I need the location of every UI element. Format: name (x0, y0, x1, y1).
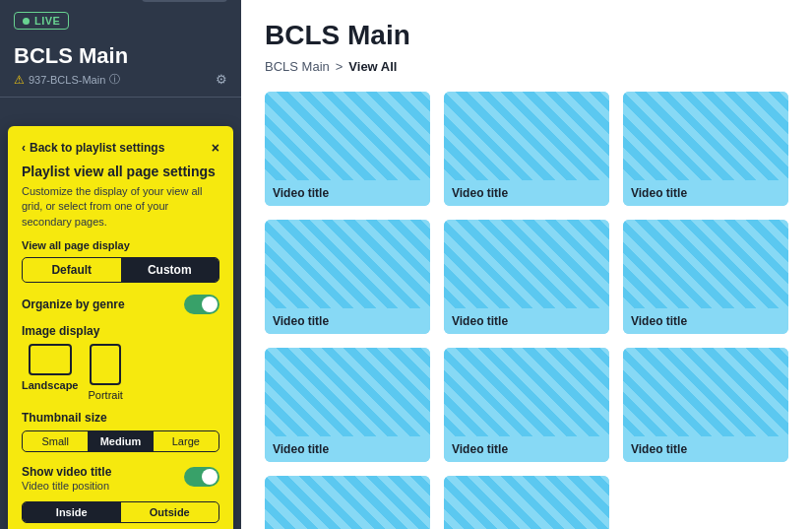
video-thumbnail (623, 92, 788, 180)
list-item[interactable]: Video title (444, 220, 609, 334)
size-toggle: Small Medium Large (22, 430, 219, 452)
video-title: Video title (623, 180, 788, 206)
video-title: Video title (623, 308, 788, 334)
list-item[interactable]: Video title (444, 348, 609, 462)
sidebar-title: BCLS Main (14, 43, 227, 69)
video-thumbnail (265, 220, 430, 308)
list-item[interactable]: Video title (265, 92, 430, 206)
organize-by-genre-row: Organize by genre (22, 295, 219, 314)
default-toggle-button[interactable]: Default (23, 258, 121, 282)
back-label: Back to playlist settings (30, 141, 164, 155)
playlist-settings-panel: ‹ Back to playlist settings × Playlist v… (8, 126, 233, 529)
show-video-title-row: Show video title Video title position (22, 462, 219, 492)
back-chevron-icon: ‹ (22, 141, 26, 155)
medium-size-button[interactable]: Medium (88, 431, 153, 451)
portrait-option[interactable]: Portrait (88, 344, 122, 401)
breadcrumb-separator: > (336, 59, 344, 74)
live-label: LIVE (34, 15, 60, 27)
video-thumbnail (444, 348, 609, 436)
live-badge: LIVE (14, 12, 69, 30)
list-item[interactable]: Video title (265, 220, 430, 334)
panel-header: ‹ Back to playlist settings × (22, 140, 219, 156)
landscape-box (29, 344, 72, 375)
large-size-button[interactable]: Large (154, 431, 219, 451)
video-title: Video title (265, 436, 430, 462)
video-title: Video title (265, 308, 430, 334)
live-dot (23, 18, 30, 25)
organize-genre-toggle[interactable] (184, 295, 219, 314)
view-all-label: View all page display (22, 239, 219, 251)
breadcrumb-current: View All (348, 59, 397, 74)
list-item[interactable]: Video title (444, 92, 609, 206)
list-item[interactable]: Video title (444, 476, 609, 529)
outside-position-button[interactable]: Outside (121, 502, 219, 522)
portrait-box (90, 344, 121, 385)
show-video-title-group: Show video title Video title position (22, 462, 111, 492)
small-size-button[interactable]: Small (23, 431, 88, 451)
video-title: Video title (623, 436, 788, 462)
inside-position-button[interactable]: Inside (23, 502, 121, 522)
video-position-sub-label: Video title position (22, 480, 111, 492)
video-thumbnail (265, 348, 430, 436)
video-thumbnail (623, 348, 788, 436)
sidebar-id: ⚠ 937-BCLS-Main ⓘ ⚙ (14, 72, 227, 87)
gear-icon[interactable]: ⚙ (216, 72, 227, 87)
custom-toggle-button[interactable]: Custom (121, 258, 219, 282)
breadcrumb: BCLS Main > View All (265, 59, 788, 74)
sidebar: LIVE UNPUBLISH BCLS Main ⚠ 937-BCLS-Main… (0, 0, 241, 529)
video-thumbnail (444, 220, 609, 308)
page-title: BCLS Main (265, 20, 788, 51)
image-display-label: Image display (22, 324, 219, 338)
list-item[interactable]: Video title (623, 92, 788, 206)
organize-genre-label: Organize by genre (22, 298, 125, 311)
list-item[interactable]: Video title (623, 348, 788, 462)
panel-title: Playlist view all page settings (22, 164, 219, 179)
warning-icon: ⚠ (14, 73, 25, 87)
info-icon: ⓘ (109, 72, 120, 87)
unpublish-button[interactable]: UNPUBLISH (142, 0, 227, 2)
video-thumbnail (444, 92, 609, 180)
main-content: BCLS Main BCLS Main > View All Video tit… (241, 0, 812, 529)
image-display-row: Landscape Portrait (22, 344, 219, 401)
video-title: Video title (444, 180, 609, 206)
thumbnail-size-label: Thumbnail size (22, 411, 219, 425)
view-toggle: Default Custom (22, 257, 219, 283)
close-button[interactable]: × (212, 140, 219, 156)
video-title: Video title (444, 308, 609, 334)
show-video-title-toggle[interactable] (184, 467, 219, 487)
video-title: Video title (265, 180, 430, 206)
video-thumbnail (623, 220, 788, 308)
landscape-label: Landscape (22, 379, 78, 391)
breadcrumb-link[interactable]: BCLS Main (265, 59, 330, 74)
list-item[interactable]: Video title (623, 220, 788, 334)
sidebar-top: LIVE UNPUBLISH BCLS Main ⚠ 937-BCLS-Main… (0, 0, 241, 98)
video-title: Video title (444, 436, 609, 462)
list-item[interactable]: Video title (265, 476, 430, 529)
video-grid: Video title Video title Video title Vide… (265, 92, 788, 529)
video-thumbnail (265, 476, 430, 529)
portrait-label: Portrait (88, 389, 122, 401)
landscape-option[interactable]: Landscape (22, 344, 78, 401)
panel-description: Customize the display of your view all g… (22, 184, 219, 230)
video-thumbnail (444, 476, 609, 529)
list-item[interactable]: Video title (265, 348, 430, 462)
show-video-title-label: Show video title (22, 465, 111, 479)
back-link[interactable]: ‹ Back to playlist settings (22, 141, 164, 155)
video-thumbnail (265, 92, 430, 180)
position-toggle: Inside Outside (22, 501, 219, 523)
